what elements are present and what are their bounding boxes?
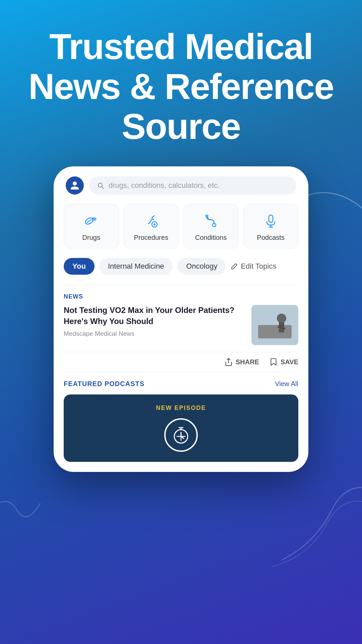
tab-oncology[interactable]: Oncology [177,258,226,275]
category-conditions[interactable]: Conditions [183,204,239,249]
tab-edit-topics[interactable]: Edit Topics [231,262,276,271]
podcasts-label: FEATURED PODCASTS [64,380,144,388]
category-procedures[interactable]: Procedures [124,204,179,249]
save-button[interactable]: SAVE [269,358,298,366]
news-source: Medscape Medical News [64,330,245,337]
svg-line-1 [87,220,92,222]
share-icon [224,358,233,366]
category-drugs[interactable]: Drugs [64,204,119,249]
procedure-icon [142,212,160,230]
podcasts-section: FEATURED PODCASTS View All NEW EPISODE [64,380,298,462]
bookmark-icon [269,358,278,366]
hero-section: Trusted Medical News & Reference Source [0,0,362,160]
category-drugs-label: Drugs [82,234,100,241]
svg-point-2 [92,217,97,221]
podcast-card[interactable]: NEW EPISODE [64,394,298,462]
tab-you[interactable]: You [64,258,95,275]
avatar[interactable] [66,176,84,195]
phone-container: drugs, conditions, calculators, etc. Dru… [0,166,362,472]
category-podcasts[interactable]: Podcasts [243,204,299,249]
new-episode-label: NEW EPISODE [156,405,206,412]
news-content[interactable]: Not Testing VO2 Max in Your Older Patien… [64,305,298,345]
news-image [251,305,298,345]
search-input[interactable]: drugs, conditions, calculators, etc. [89,176,296,195]
search-bar: drugs, conditions, calculators, etc. [64,176,298,195]
tab-internal-medicine[interactable]: Internal Medicine [99,258,173,275]
news-title: Not Testing VO2 Max in Your Older Patien… [64,305,245,327]
share-button[interactable]: SHARE [224,358,259,366]
bottom-curve-decoration [265,460,362,577]
svg-point-12 [277,314,286,323]
phone-mockup: drugs, conditions, calculators, etc. Dru… [54,166,308,472]
news-section: NEWS Not Testing VO2 Max in Your Older P… [64,285,298,345]
svg-rect-7 [269,215,273,222]
news-image-svg [251,305,298,345]
podcast-clock-icon [164,418,198,452]
user-icon [70,180,80,191]
category-podcasts-label: Podcasts [257,234,285,241]
news-label: NEWS [64,293,298,300]
hero-title: Trusted Medical News & Reference Source [20,27,342,146]
podcasts-header: FEATURED PODCASTS View All [64,380,298,388]
edit-topics-label: Edit Topics [241,262,276,271]
share-label: SHARE [236,358,259,366]
microphone-icon [262,212,280,230]
topic-tabs: You Internal Medicine Oncology Edit Topi… [64,258,298,275]
stethoscope-icon [202,212,220,230]
pills-icon [82,212,100,230]
pencil-icon [231,263,238,270]
svg-point-6 [205,215,207,217]
search-placeholder: drugs, conditions, calculators, etc. [109,181,220,190]
search-icon [97,181,105,190]
category-grid: Drugs Procedures [64,204,298,249]
category-procedures-label: Procedures [134,234,168,241]
action-buttons: SHARE SAVE [64,352,298,372]
view-all-button[interactable]: View All [275,380,298,388]
category-conditions-label: Conditions [195,234,227,241]
news-text: Not Testing VO2 Max in Your Older Patien… [64,305,245,337]
svg-rect-11 [258,325,292,338]
save-label: SAVE [281,358,298,366]
